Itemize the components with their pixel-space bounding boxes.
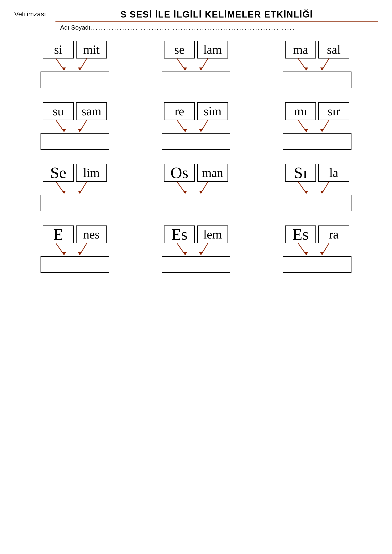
syllable-Es2: Es [285, 225, 316, 243]
activity-row-2: su sam re sim [14, 102, 378, 150]
syllable-su: su [43, 102, 74, 120]
syllable-ma: ma [285, 41, 316, 58]
svg-line-0 [56, 58, 64, 70]
activity-row-1: si mit se lam [14, 41, 378, 88]
word-group-selam: se lam [156, 41, 236, 88]
answer-enes[interactable] [41, 256, 109, 273]
syllable-se: se [164, 41, 195, 58]
syllable-re: re [164, 102, 195, 120]
veli-imzasi-label: Veli imzası [14, 9, 46, 18]
answer-susam[interactable] [41, 133, 109, 150]
svg-line-16 [177, 120, 185, 132]
syllable-mi: mı [285, 102, 316, 120]
answer-sila[interactable] [283, 195, 351, 211]
svg-line-14 [80, 120, 87, 132]
answer-masal[interactable] [283, 71, 351, 88]
syllable-ra: ra [318, 225, 349, 243]
arrows-eslem [156, 243, 236, 256]
answer-misir[interactable] [283, 133, 351, 150]
word-group-esra: Es ra [277, 225, 357, 273]
answer-selim[interactable] [41, 195, 109, 211]
svg-line-20 [298, 120, 307, 132]
svg-line-44 [298, 243, 307, 255]
syllable-si: si [43, 41, 74, 58]
syllable-mit: mit [76, 41, 107, 58]
arrows-simit [35, 58, 115, 71]
arrows-selam [156, 58, 236, 71]
arrows-enes [35, 243, 115, 256]
svg-line-42 [201, 243, 208, 255]
svg-line-30 [201, 182, 208, 194]
word-group-osman: Os man [156, 164, 236, 211]
word-group-enes: E nes [35, 225, 115, 273]
answer-simit[interactable] [41, 71, 109, 88]
svg-line-38 [80, 243, 87, 255]
activity-grid: si mit se lam [14, 41, 378, 273]
syllable-lam: lam [197, 41, 228, 58]
syllable-Os: Os [164, 164, 195, 182]
syllable-sam: sam [76, 102, 107, 120]
answer-resim[interactable] [162, 133, 230, 150]
word-group-susam: su sam [35, 102, 115, 150]
svg-line-2 [80, 58, 87, 70]
svg-line-28 [177, 182, 185, 194]
svg-line-6 [201, 58, 208, 70]
arrows-susam [35, 120, 115, 133]
svg-line-12 [56, 120, 64, 132]
word-group-selim: Se lim [35, 164, 115, 211]
svg-line-32 [298, 182, 307, 194]
svg-line-4 [177, 58, 185, 70]
header: Veli imzası S SESİ İLE İLGİLİ KELİMELER … [14, 9, 378, 31]
syllable-Si: Sı [285, 164, 316, 182]
word-group-sila: Sı la [277, 164, 357, 211]
arrows-sila [277, 182, 357, 195]
svg-line-40 [177, 243, 185, 255]
arrows-selim [35, 182, 115, 195]
name-line: Adı Soyadı..............................… [56, 24, 295, 31]
syllable-sir: sır [318, 102, 349, 120]
answer-esra[interactable] [283, 256, 351, 273]
answer-selam[interactable] [162, 71, 230, 88]
word-group-eslem: Es lem [156, 225, 236, 273]
svg-line-22 [322, 120, 329, 132]
svg-line-18 [201, 120, 208, 132]
arrows-osman [156, 182, 236, 195]
arrows-esra [277, 243, 357, 256]
syllable-man: man [197, 164, 228, 182]
activity-row-4: E nes Es lem [14, 225, 378, 273]
arrows-masal [277, 58, 357, 71]
syllable-E: E [43, 225, 74, 243]
word-group-misir: mı sır [277, 102, 357, 150]
word-group-simit: si mit [35, 41, 115, 88]
arrows-misir [277, 120, 357, 133]
syllable-nes: nes [76, 225, 107, 243]
word-group-resim: re sim [156, 102, 236, 150]
svg-line-36 [56, 243, 64, 255]
svg-line-8 [298, 58, 307, 70]
name-label: Adı Soyadı [60, 24, 90, 31]
syllable-lem: lem [197, 225, 228, 243]
svg-line-10 [322, 58, 329, 70]
page-title: S SESİ İLE İLGİLİ KELİMELER ETKİNLİĞİ [56, 9, 378, 21]
word-group-masal: ma sal [277, 41, 357, 88]
svg-line-24 [56, 182, 64, 194]
svg-line-34 [322, 182, 329, 194]
syllable-Se: Se [43, 164, 74, 182]
answer-osman[interactable] [162, 195, 230, 211]
syllable-Es1: Es [164, 225, 195, 243]
svg-line-46 [322, 243, 329, 255]
arrows-resim [156, 120, 236, 133]
activity-row-3: Se lim Os man [14, 164, 378, 211]
svg-line-26 [80, 182, 87, 194]
name-dots: ........................................… [90, 24, 295, 31]
syllable-sal: sal [318, 41, 349, 58]
answer-eslem[interactable] [162, 256, 230, 273]
syllable-sim: sim [197, 102, 228, 120]
syllable-la: la [318, 164, 349, 182]
syllable-lim: lim [76, 164, 107, 182]
